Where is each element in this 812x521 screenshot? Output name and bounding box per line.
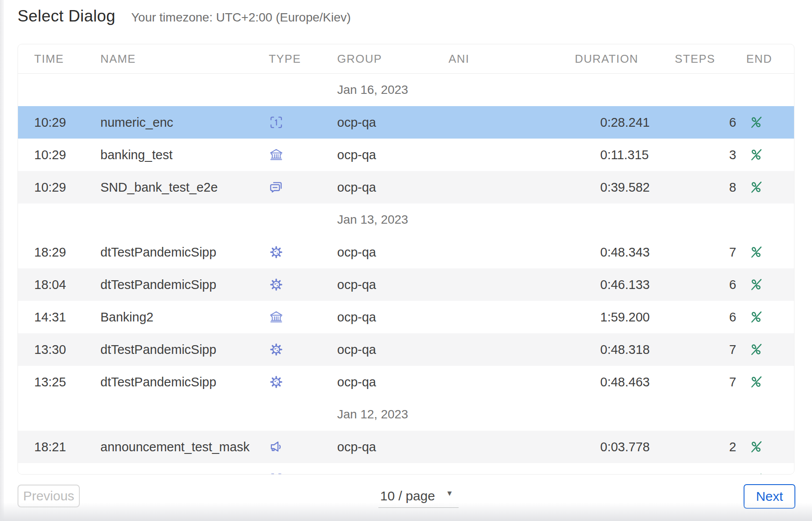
virus-icon [268, 374, 285, 390]
steps-cell: 7 [713, 366, 752, 398]
name-cell: dtTestPandemicSipp [100, 366, 216, 398]
dialog-titlebar: Select Dialog Your timezone: UTC+2:00 (E… [18, 7, 351, 25]
duration-cell: 0:48.463 [600, 366, 650, 398]
name-cell: dtTestPandemicSipp [100, 333, 216, 366]
call-end-icon [748, 277, 764, 293]
duration-cell: 0:48.343 [600, 236, 650, 268]
column-header-time: TIME [34, 44, 64, 73]
name-cell: numeric_enc [100, 106, 173, 139]
table-row[interactable]: 18:04 dtTestPandemicSipp ocp-qa 0:46.133… [18, 268, 794, 301]
group-cell: ocp-qa [337, 236, 376, 268]
virus-icon [268, 276, 285, 293]
time-cell: 10:29 [34, 171, 66, 203]
date-label: Jan 13, 2023 [337, 203, 408, 236]
column-header-name: NAME [100, 44, 136, 73]
table-header-row: TIMENAMETYPEGROUPANIDURATIONSTEPSEND [18, 44, 794, 74]
duration-cell: 0:11.315 [600, 139, 649, 171]
group-cell: ocp-qa [337, 333, 376, 366]
duration-cell: 0:39.582 [600, 171, 650, 203]
table-row[interactable]: 13:30 dtTestPandemicSipp ocp-qa 0:48.318… [18, 333, 794, 366]
column-header-end: END [746, 44, 772, 73]
steps-cell: 2 [713, 431, 752, 463]
call-end-icon [748, 309, 764, 325]
steps-cell [713, 463, 752, 475]
table-row[interactable] [18, 463, 794, 475]
name-cell: banking_test [100, 139, 172, 171]
steps-cell: 6 [713, 268, 752, 301]
call-end-icon [748, 471, 764, 475]
table-row[interactable]: 10:29 banking_test ocp-qa 0:11.315 3 [18, 139, 794, 171]
call-end-icon [748, 342, 764, 357]
name-cell: dtTestPandemicSipp [100, 268, 216, 301]
group-cell: ocp-qa [337, 171, 376, 203]
chat-icon [268, 179, 285, 196]
virus-icon [268, 244, 285, 260]
numeric-frame-icon [268, 471, 285, 475]
table-row[interactable]: 13:25 dtTestPandemicSipp ocp-qa 0:48.463… [18, 366, 794, 398]
backdrop-left-edge [0, 0, 4, 521]
table-row[interactable]: 10:29 SND_bank_test_e2e ocp-qa 0:39.582 … [18, 171, 794, 203]
bank-icon [268, 146, 285, 163]
date-separator-row: Jan 13, 2023 [18, 203, 794, 236]
time-cell: 13:25 [34, 366, 66, 398]
call-end-icon [748, 374, 764, 390]
call-end-icon [748, 179, 764, 195]
date-label: Jan 12, 2023 [337, 398, 408, 431]
date-separator-row: Jan 12, 2023 [18, 398, 794, 431]
speaker-icon [268, 439, 285, 455]
steps-cell: 7 [713, 333, 752, 366]
time-cell: 18:29 [34, 236, 66, 268]
page-title: Select Dialog [18, 7, 115, 25]
table-row[interactable]: 18:29 dtTestPandemicSipp ocp-qa 0:48.343… [18, 236, 794, 268]
table-row[interactable]: 18:21 announcement_test_mask ocp-qa 0:03… [18, 431, 794, 463]
select-dialog-page: Select Dialog Your timezone: UTC+2:00 (E… [0, 0, 812, 521]
time-cell: 10:29 [34, 139, 66, 171]
group-cell: ocp-qa [337, 139, 376, 171]
time-cell: 18:21 [34, 431, 66, 463]
column-header-steps: STEPS [675, 44, 715, 73]
duration-cell: 0:03.778 [600, 431, 650, 463]
page-size-label: 10 / page [380, 489, 435, 503]
name-cell: SND_bank_test_e2e [100, 171, 218, 203]
next-button[interactable]: Next [744, 484, 795, 509]
call-end-icon [748, 114, 764, 130]
chevron-down-icon: ▾ [447, 488, 452, 498]
group-cell: ocp-qa [337, 106, 376, 139]
column-header-type: TYPE [269, 44, 301, 73]
name-cell: announcement_test_mask [100, 431, 249, 463]
bank-icon [268, 309, 285, 325]
page-size-select[interactable]: 10 / page ▾ [378, 484, 459, 508]
group-cell: ocp-qa [337, 268, 376, 301]
virus-icon [268, 341, 285, 358]
time-cell: 18:04 [34, 268, 66, 301]
call-end-icon [748, 244, 764, 260]
column-header-duration: DURATION [575, 44, 638, 73]
time-cell: 14:31 [34, 301, 66, 333]
time-cell: 13:30 [34, 333, 66, 366]
table-row[interactable]: 14:31 Banking2 ocp-qa 1:59.200 6 [18, 301, 794, 333]
name-cell: Banking2 [100, 301, 153, 333]
table-body: Jan 16, 2023 10:29 numeric_enc ocp-qa 0:… [18, 74, 794, 475]
steps-cell: 6 [713, 301, 752, 333]
duration-cell: 0:48.318 [600, 333, 650, 366]
table-row[interactable]: 10:29 numeric_enc ocp-qa 0:28.241 6 [18, 106, 794, 139]
column-header-group: GROUP [337, 44, 382, 73]
timezone-note: Your timezone: UTC+2:00 (Europe/Kiev) [131, 11, 351, 25]
call-end-icon [748, 439, 764, 455]
steps-cell: 3 [713, 139, 752, 171]
group-cell: ocp-qa [337, 366, 376, 398]
previous-button[interactable]: Previous [18, 485, 80, 507]
group-cell: ocp-qa [337, 301, 376, 333]
call-end-icon [748, 147, 764, 163]
steps-cell: 7 [713, 236, 752, 268]
duration-cell: 1:59.200 [600, 301, 650, 333]
name-cell: dtTestPandemicSipp [100, 236, 216, 268]
steps-cell: 6 [713, 106, 752, 139]
numeric-frame-icon [268, 114, 285, 131]
time-cell: 10:29 [34, 106, 66, 139]
duration-cell: 0:28.241 [600, 106, 650, 139]
steps-cell: 8 [713, 171, 752, 203]
date-separator-row: Jan 16, 2023 [18, 74, 794, 106]
group-cell: ocp-qa [337, 431, 376, 463]
duration-cell: 0:46.133 [600, 268, 650, 301]
